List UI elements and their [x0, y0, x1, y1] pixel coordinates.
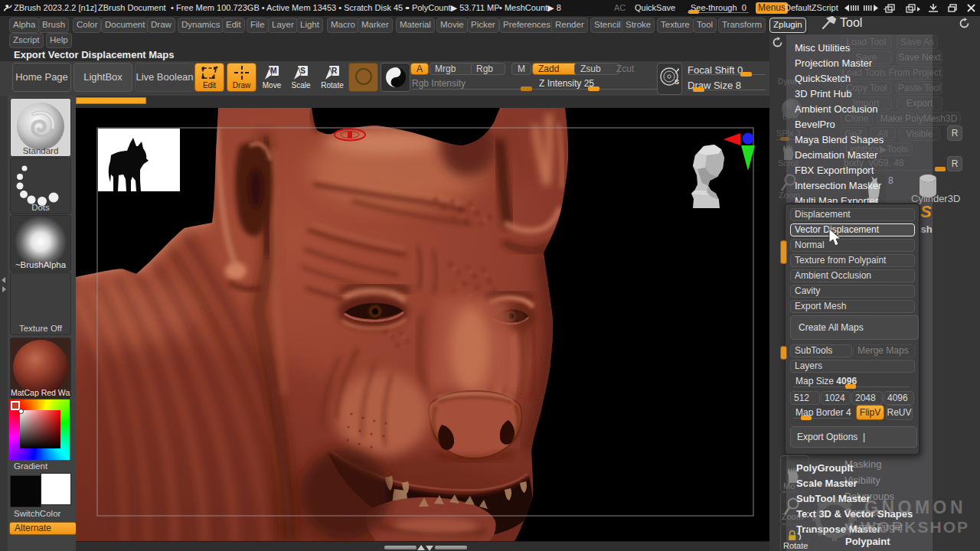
svg-text:S: S [675, 78, 679, 86]
svg-text:S: S [300, 67, 305, 75]
svg-text:R: R [332, 67, 338, 75]
